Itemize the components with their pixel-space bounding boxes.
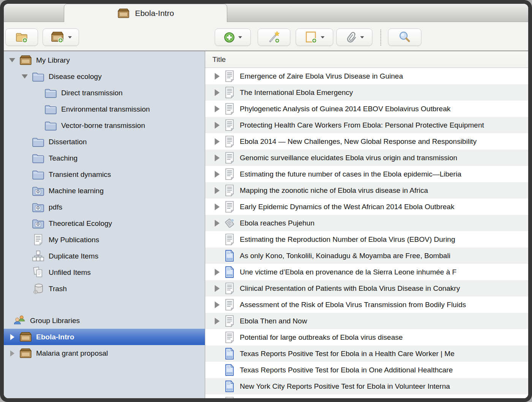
item-row[interactable]: Genomic surveillance elucidates Ebola vi… bbox=[205, 150, 528, 166]
svg-text:⚙: ⚙ bbox=[36, 206, 40, 211]
item-row[interactable]: Ebola Then and Now bbox=[205, 313, 528, 329]
sidebar-item-label: Machine learning bbox=[49, 187, 104, 195]
sidebar-item-environmental-transmission[interactable]: Environmental transmission bbox=[4, 101, 205, 117]
add-attachment-button[interactable] bbox=[336, 28, 372, 46]
row-expand-triangle-icon[interactable] bbox=[213, 269, 221, 276]
sidebar-item-group-libraries[interactable]: Group Libraries bbox=[4, 312, 205, 329]
row-expand-triangle-icon[interactable] bbox=[213, 220, 221, 227]
item-row[interactable]: Emergence of Zaire Ebola Virus Disease i… bbox=[205, 68, 528, 84]
tab-ebola-intro[interactable]: Ebola-Intro bbox=[64, 4, 227, 22]
dropdown-caret-icon bbox=[320, 36, 325, 39]
disclosure-triangle-icon[interactable] bbox=[8, 58, 16, 62]
sidebar-item-label: My Library bbox=[36, 56, 70, 65]
webpage-icon bbox=[224, 380, 235, 393]
row-expand-triangle-icon[interactable] bbox=[213, 285, 221, 292]
item-row[interactable]: Texas Reports Positive Test for Ebola in… bbox=[205, 345, 528, 362]
row-expand-triangle-icon[interactable] bbox=[213, 187, 221, 194]
item-title: As only Kono, Tonkolili, Koinadugu & Moy… bbox=[240, 252, 528, 260]
document-icon bbox=[224, 70, 235, 82]
row-expand-triangle-icon[interactable] bbox=[213, 154, 221, 161]
sidebar-item-disease-ecology[interactable]: Disease ecology bbox=[4, 68, 205, 85]
sidebar-item-my-library[interactable]: My Library bbox=[4, 52, 205, 68]
disclosure-triangle-icon[interactable] bbox=[8, 350, 16, 356]
item-row[interactable]: Early Epidemic Dynamics of the West Afri… bbox=[205, 199, 528, 215]
item-row[interactable]: Ebola reaches Pujehun bbox=[205, 215, 528, 231]
sidebar-item-theoretical-ecology[interactable]: ⚙Theoretical Ecology bbox=[4, 215, 205, 232]
row-expand-triangle-icon[interactable] bbox=[213, 73, 221, 80]
item-row[interactable]: As only Kono, Tonkolili, Koinadugu & Moy… bbox=[205, 248, 528, 264]
sidebar-item-label: Dissertation bbox=[49, 138, 87, 146]
row-expand-triangle-icon[interactable] bbox=[213, 122, 221, 129]
item-row[interactable]: Assessment of the Risk of Ebola Virus Tr… bbox=[205, 296, 528, 313]
sidebar-item-teaching[interactable]: Teaching bbox=[4, 150, 205, 166]
sidebar-item-label: Disease ecology bbox=[49, 73, 101, 81]
item-title: Estimating the future number of cases in… bbox=[240, 170, 528, 178]
disclosure-triangle-icon[interactable] bbox=[8, 334, 16, 340]
item-row[interactable]: Estimating the future number of cases in… bbox=[205, 166, 528, 182]
item-row[interactable]: Ebola 2014 — New Challenges, New Global … bbox=[205, 133, 528, 150]
sidebar-item-ebola-intro[interactable]: Ebola-Intro bbox=[4, 329, 205, 345]
title-column-header[interactable]: Title bbox=[205, 51, 528, 68]
sidebar-item-direct-transmission[interactable]: Direct transmission bbox=[4, 85, 205, 101]
row-expand-triangle-icon[interactable] bbox=[213, 301, 221, 308]
item-row[interactable]: New York City Reports Positive Test for … bbox=[205, 378, 528, 394]
row-expand-triangle-icon[interactable] bbox=[213, 138, 221, 145]
webpage-icon bbox=[224, 250, 235, 262]
item-row[interactable]: Phylogenetic Analysis of Guinea 2014 EBO… bbox=[205, 101, 528, 117]
sidebar-item-malaria-grant-proposal[interactable]: Malaria grant proposal bbox=[4, 345, 205, 361]
item-row[interactable] bbox=[205, 394, 528, 398]
document-icon bbox=[224, 233, 235, 246]
sidebar-item-pdfs[interactable]: ⚙pdfs bbox=[4, 199, 205, 215]
smart-folder-icon: ⚙ bbox=[32, 185, 45, 197]
item-row[interactable]: Une victime d’Ebola en provenance de la … bbox=[205, 264, 528, 280]
item-row[interactable]: Estimating the Reproduction Number of Eb… bbox=[205, 231, 528, 248]
sidebar-item-trash[interactable]: Trash bbox=[4, 281, 205, 297]
new-library-button[interactable] bbox=[43, 28, 79, 46]
document-icon bbox=[224, 119, 235, 131]
add-by-identifier-button[interactable] bbox=[258, 28, 290, 46]
item-title: Potential for large outbreaks of Ebola v… bbox=[240, 333, 528, 342]
folder-icon bbox=[32, 152, 45, 164]
webpage-icon bbox=[224, 348, 235, 360]
sidebar-item-vector-borne-transmission[interactable]: Vector-borne transmission bbox=[4, 117, 205, 134]
sidebar-item-my-publications[interactable]: My Publications bbox=[4, 232, 205, 248]
row-expand-triangle-icon[interactable] bbox=[213, 318, 221, 325]
sidebar-item-label: Group Libraries bbox=[30, 317, 80, 325]
folder-icon bbox=[44, 103, 57, 115]
item-title: Early Epidemic Dynamics of the West Afri… bbox=[240, 203, 528, 211]
item-list-pane: Title Emergence of Zaire Ebola Virus Dis… bbox=[205, 51, 528, 398]
new-note-button[interactable] bbox=[296, 28, 333, 46]
row-expand-triangle-icon[interactable] bbox=[213, 106, 221, 112]
tb-green-plus-icon bbox=[223, 32, 235, 43]
sidebar-item-machine-learning[interactable]: ⚙Machine learning bbox=[4, 183, 205, 199]
sidebar-item-transient-dynamics[interactable]: Transient dynamics bbox=[4, 166, 205, 183]
zotero-window: Ebola-Intro My LibraryDisease ecologyDir… bbox=[4, 4, 528, 398]
item-row[interactable]: Protecting Health Care Workers From Ebol… bbox=[205, 117, 528, 133]
item-row[interactable]: Mapping the zoonotic niche of Ebola viru… bbox=[205, 182, 528, 199]
sidebar-item-label: Unfiled Items bbox=[49, 268, 91, 277]
new-collection-button[interactable] bbox=[5, 28, 38, 46]
item-row[interactable]: Potential for large outbreaks of Ebola v… bbox=[205, 329, 528, 345]
document-icon bbox=[224, 184, 235, 197]
row-expand-triangle-icon[interactable] bbox=[213, 171, 221, 178]
sidebar-item-label: My Publications bbox=[49, 236, 99, 244]
item-title: Une victime d’Ebola en provenance de la … bbox=[240, 268, 528, 276]
item-row[interactable]: Texas Reports Positive Test for Ebola in… bbox=[205, 362, 528, 378]
new-item-button[interactable] bbox=[215, 28, 251, 46]
tab-bar: Ebola-Intro bbox=[4, 4, 528, 22]
advanced-search-button[interactable] bbox=[388, 28, 421, 46]
document-icon bbox=[224, 168, 235, 180]
library-icon bbox=[19, 54, 32, 66]
sidebar-item-label: Transient dynamics bbox=[49, 170, 111, 179]
item-title: Clinical Presentation of Patients with E… bbox=[240, 284, 528, 293]
document-icon bbox=[224, 136, 235, 148]
row-expand-triangle-icon[interactable] bbox=[213, 203, 221, 210]
item-row[interactable]: The International Ebola Emergency bbox=[205, 84, 528, 101]
sidebar-item-dissertation[interactable]: Dissertation bbox=[4, 134, 205, 150]
disclosure-triangle-icon[interactable] bbox=[21, 74, 28, 79]
item-row[interactable]: Clinical Presentation of Patients with E… bbox=[205, 280, 528, 296]
sidebar-item-duplicate-items[interactable]: Duplicate Items bbox=[4, 248, 205, 264]
sidebar-item-unfiled-items[interactable]: Unfiled Items bbox=[4, 264, 205, 281]
row-expand-triangle-icon[interactable] bbox=[213, 89, 221, 96]
sidebar-item-label: Ebola-Intro bbox=[36, 333, 74, 341]
